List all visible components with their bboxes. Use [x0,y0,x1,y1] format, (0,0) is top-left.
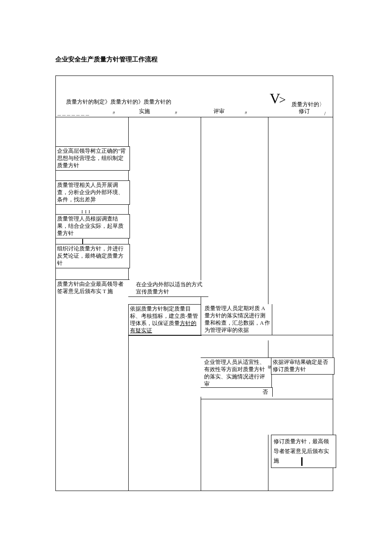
box-d2: 修订质量方针，最高领导者签署意见后颁布实施 [271,435,336,468]
header-dash: ＿＿＿＿＿＿＿ [57,110,89,117]
col3-heading: 评审 [213,108,225,115]
ticks-a2a3: I I I [81,209,91,214]
header-row: 质量方针的制定》质量方针的》质量方针的 实施 评审 V > 质量方针的〉 修订 … [56,76,333,117]
box-a5: 质量方针由企业最高领导者签署意见后颁布实 T 施 [56,279,130,296]
pipe-d2 [301,457,303,466]
pipe-a3a4 [82,239,83,244]
box-c1: 质量管理人员定期对质 A 量方针的落实情况进行测量和检查，汇总数据，A 作为管理… [201,304,272,335]
box-b1: 在企业内外部以适当的方式宣传质量方针 [128,280,208,297]
mark1: 〃 [111,110,116,117]
box-a1: 企业高层领导树立正确的"背思想与经营理念，组织制定质量方针 [56,146,130,171]
glyph-angle: > [279,93,286,107]
col1-heading: 质量方针的制定》质量方针的》质量方针的 [66,98,171,106]
mark4: / [324,110,326,117]
col4-heading: 修订 [299,108,310,115]
mark3: 〃 [243,110,248,117]
page-title: 企业安全生产质量方针管理工作流程 [55,55,345,64]
mark2: 〃 [173,110,179,117]
box-c2: 企业管理人员从适宜性、有效性等方面对质量方针的落实、实施情况进行评审 [201,357,272,389]
box-b2: 依据质量方针制定质量目标、考核指标，建立质-量管理体系，以保证质量方针的有疑实证 [128,304,202,336]
glyph-v: V [270,90,280,107]
box-a4: 组织讨论质量方针，并进行反梵论证，最终确定质量方针 [56,244,130,268]
flow-body: 企业高层领导树立正确的"背思想与经营理念，组织制定质量方针 质量管理相关人员开展… [56,117,333,491]
box-d1: 依据评审结果确定是否修订质量方针 [271,357,334,375]
box-a2: 质量管理相关人员开展调查，分析企业内外部环境、条件，找出差异 [56,180,130,205]
flow-diagram: 质量方针的制定》质量方针的》质量方针的 实施 评审 V > 质量方针的〉 修订 … [55,76,333,491]
box-a3: 质量管理人员根据调查结果，结合企业实际，起草质量方针 [56,214,130,238]
box-c3: 否 [201,387,273,397]
col2-heading: 实施 [139,108,150,115]
